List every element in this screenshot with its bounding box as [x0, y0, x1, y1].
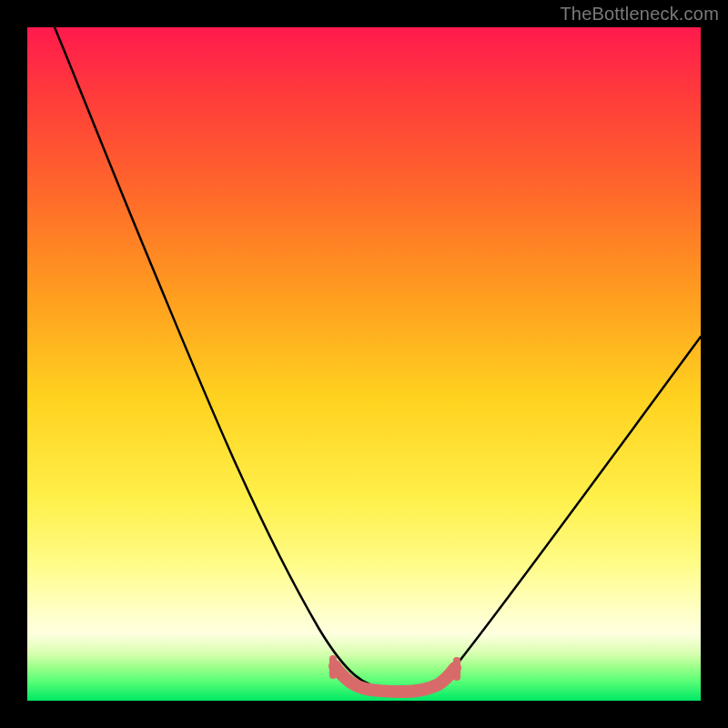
watermark-text: TheBottleneck.com — [560, 4, 719, 25]
bottleneck-curve — [55, 27, 701, 690]
chart-overlay — [27, 27, 701, 701]
chart-frame: TheBottleneck.com — [0, 0, 728, 728]
minimum-marker — [335, 666, 455, 692]
